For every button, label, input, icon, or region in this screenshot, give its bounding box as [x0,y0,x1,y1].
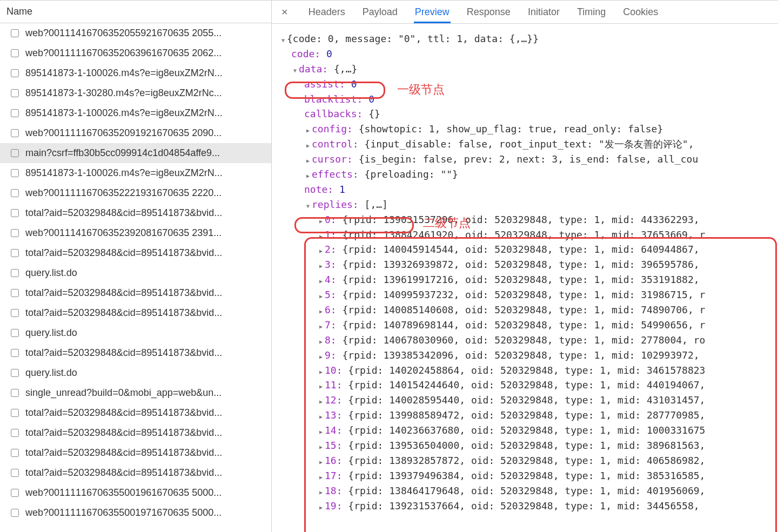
request-row[interactable]: web?00111116706355001961670635 5000... [0,483,271,503]
checkbox-icon[interactable] [11,189,19,197]
reply-row[interactable]: 0: {rpid: 139031537296, oid: 520329848, … [276,212,774,227]
toggle-icon[interactable] [317,212,325,227]
toggle-icon[interactable] [317,499,325,514]
checkbox-icon[interactable] [11,69,19,77]
request-row[interactable]: total?aid=520329848&cid=895141873&bvid..… [0,463,271,483]
reply-row[interactable]: 6: {rpid: 140085140608, oid: 520329848, … [276,302,774,318]
json-tree[interactable]: {code: 0, message: "0", ttl: 1, data: {,… [272,24,778,532]
reply-row[interactable]: 18: {rpid: 138464179648, oid: 520329848,… [276,483,774,499]
tab-payload[interactable]: Payload [361,1,399,23]
checkbox-icon[interactable] [11,389,19,397]
reply-row[interactable]: 5: {rpid: 140995937232, oid: 520329848, … [276,287,774,302]
toggle-icon[interactable] [317,287,325,302]
checkbox-icon[interactable] [11,369,19,377]
reply-row[interactable]: 13: {rpid: 139988589472, oid: 520329848,… [276,408,774,423]
reply-row[interactable]: 1: {rpid: 138842461920, oid: 520329848, … [276,227,774,243]
checkbox-icon[interactable] [11,469,19,477]
request-row[interactable]: query.list.do [0,363,271,383]
toggle-icon[interactable] [317,348,325,363]
checkbox-icon[interactable] [11,129,19,137]
request-row[interactable]: total?aid=520329848&cid=895141873&bvid..… [0,403,271,423]
checkbox-icon[interactable] [11,409,19,417]
toggle-icon[interactable] [279,31,287,46]
toggle-icon[interactable] [317,408,325,423]
reply-row[interactable]: 11: {rpid: 140154244640, oid: 520329848,… [276,378,774,393]
reply-row[interactable]: 9: {rpid: 139385342096, oid: 520329848, … [276,348,774,363]
checkbox-icon[interactable] [11,109,19,117]
tab-headers[interactable]: Headers [307,1,346,23]
request-row[interactable]: 895141873-1-100026.m4s?e=ig8euxZM2rN... [0,163,271,183]
toggle-icon[interactable] [317,378,325,393]
toggle-icon[interactable] [317,227,325,243]
toggle-icon[interactable] [317,363,325,378]
toggle-icon[interactable] [317,483,325,499]
toggle-icon[interactable] [317,453,325,468]
toggle-icon[interactable] [317,423,325,438]
reply-row[interactable]: 15: {rpid: 139536504000, oid: 520329848,… [276,438,774,453]
toggle-icon[interactable] [317,257,325,272]
request-row[interactable]: web?00111416706352392081670635 2391... [0,223,271,243]
toggle-icon[interactable] [317,318,325,333]
request-row[interactable]: total?aid=520329848&cid=895141873&bvid..… [0,343,271,363]
toggle-icon[interactable] [304,167,312,182]
checkbox-icon[interactable] [11,289,19,297]
toggle-icon[interactable] [304,152,312,167]
toggle-icon[interactable] [304,122,312,137]
name-column-header[interactable]: Name [0,0,271,23]
checkbox-icon[interactable] [11,269,19,277]
checkbox-icon[interactable] [11,169,19,177]
checkbox-icon[interactable] [11,249,19,257]
reply-row[interactable]: 4: {rpid: 139619917216, oid: 520329848, … [276,272,774,287]
request-row[interactable]: single_unread?build=0&mobi_app=web&un... [0,383,271,403]
request-row[interactable]: total?aid=520329848&cid=895141873&bvid..… [0,243,271,263]
request-row[interactable]: total?aid=520329848&cid=895141873&bvid..… [0,423,271,443]
checkbox-icon[interactable] [11,149,19,157]
toggle-icon[interactable] [317,302,325,318]
toggle-icon[interactable] [317,468,325,483]
request-row[interactable]: total?aid=520329848&cid=895141873&bvid..… [0,203,271,223]
request-row[interactable]: web?00111416706352055921670635 2055... [0,23,271,43]
checkbox-icon[interactable] [11,349,19,357]
checkbox-icon[interactable] [11,49,19,57]
checkbox-icon[interactable] [11,29,19,37]
request-row[interactable]: 895141873-1-30280.m4s?e=ig8euxZM2rNc... [0,83,271,103]
checkbox-icon[interactable] [11,429,19,437]
checkbox-icon[interactable] [11,309,19,317]
tab-preview[interactable]: Preview [414,1,451,23]
checkbox-icon[interactable] [11,229,19,237]
reply-row[interactable]: 7: {rpid: 140789698144, oid: 520329848, … [276,318,774,333]
request-row[interactable]: total?aid=520329848&cid=895141873&bvid..… [0,283,271,303]
request-row[interactable]: main?csrf=ffb30b5cc099914c1d04854affe9..… [0,143,271,163]
checkbox-icon[interactable] [11,89,19,97]
reply-row[interactable]: 16: {rpid: 138932857872, oid: 520329848,… [276,453,774,468]
toggle-icon[interactable] [317,242,325,257]
tab-initiator[interactable]: Initiator [527,1,561,23]
reply-row[interactable]: 17: {rpid: 139379496384, oid: 520329848,… [276,468,774,483]
request-row[interactable]: total?aid=520329848&cid=895141873&bvid..… [0,443,271,463]
reply-row[interactable]: 10: {rpid: 140202458864, oid: 520329848,… [276,363,774,378]
toggle-icon[interactable] [317,438,325,453]
toggle-icon[interactable] [317,272,325,287]
reply-row[interactable]: 19: {rpid: 139231537664, oid: 520329848,… [276,499,774,514]
tab-response[interactable]: Response [466,1,512,23]
checkbox-icon[interactable] [11,329,19,337]
checkbox-icon[interactable] [11,509,19,517]
request-row[interactable]: web?00111116706355001971670635 5000... [0,503,271,523]
request-row[interactable]: query.list.do [0,323,271,343]
request-row[interactable]: total?aid=520329848&cid=895141873&bvid..… [0,303,271,323]
tab-cookies[interactable]: Cookies [622,1,659,23]
request-list[interactable]: web?00111416706352055921670635 2055...we… [0,23,271,532]
request-row[interactable]: 895141873-1-100026.m4s?e=ig8euxZM2rN... [0,103,271,123]
request-row[interactable]: 895141873-1-100026.m4s?e=ig8euxZM2rN... [0,63,271,83]
reply-row[interactable]: 2: {rpid: 140045914544, oid: 520329848, … [276,242,774,257]
toggle-icon[interactable] [304,137,312,152]
request-row[interactable]: web?00111116706352221931670635 2220... [0,183,271,203]
reply-row[interactable]: 14: {rpid: 140236637680, oid: 520329848,… [276,423,774,438]
checkbox-icon[interactable] [11,209,19,217]
request-row[interactable]: query.list.do [0,263,271,283]
toggle-icon[interactable] [317,333,325,348]
toggle-icon[interactable] [304,197,312,212]
reply-row[interactable]: 12: {rpid: 140028595440, oid: 520329848,… [276,393,774,408]
toggle-icon[interactable] [317,393,325,408]
reply-row[interactable]: 8: {rpid: 140678030960, oid: 520329848, … [276,333,774,348]
